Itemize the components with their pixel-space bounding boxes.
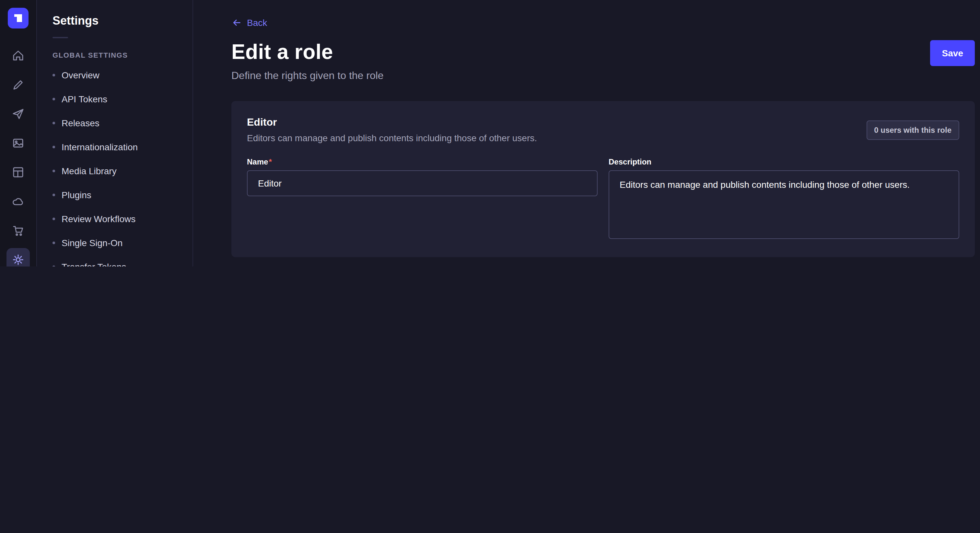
sidebar-item-review-workflows[interactable]: Review Workflows: [37, 206, 192, 230]
role-title: Editor: [247, 117, 537, 128]
cloud-icon: [12, 195, 25, 208]
bullet-icon: [52, 265, 55, 266]
sidebar-title-divider: [52, 37, 68, 38]
sidebar-item-overview[interactable]: Overview: [37, 63, 192, 87]
nav-cloud-button[interactable]: [6, 190, 30, 213]
bullet-icon: [52, 194, 55, 196]
bullet-icon: [52, 97, 55, 100]
sidebar-item-releases[interactable]: Releases: [37, 111, 192, 135]
sidebar-item-api-tokens[interactable]: API Tokens: [37, 87, 192, 111]
name-label: Name*: [247, 157, 598, 167]
bullet-icon: [52, 145, 55, 148]
paper-plane-icon: [12, 108, 25, 121]
nav-content-builder-button[interactable]: [6, 73, 30, 97]
sidebar-item-single-sign-on[interactable]: Single Sign-On: [37, 230, 192, 254]
description-field-group: Description Editors can manage and publi…: [609, 157, 959, 241]
save-button[interactable]: Save: [931, 40, 975, 66]
sidebar-item-internationalization[interactable]: Internationalization: [37, 135, 192, 159]
nav-settings-button[interactable]: [6, 248, 30, 266]
page-title: Edit a role: [231, 40, 384, 64]
pen-icon: [12, 78, 25, 91]
sidebar-item-media-library[interactable]: Media Library: [37, 159, 192, 182]
nav-content-manager-button[interactable]: [6, 160, 30, 184]
nav-releases-button[interactable]: [6, 102, 30, 125]
sidebar-item-transfer-tokens[interactable]: Transfer Tokens: [37, 254, 192, 266]
bullet-icon: [52, 121, 55, 124]
role-card-header: Editor Editors can manage and publish co…: [247, 117, 959, 143]
back-link[interactable]: Back: [231, 17, 267, 28]
page-header: Edit a role Define the rights given to t…: [231, 40, 975, 82]
strapi-logo[interactable]: [8, 8, 29, 29]
strapi-logo-icon: [12, 12, 24, 24]
bullet-icon: [52, 241, 55, 244]
nav-home-button[interactable]: [6, 44, 30, 67]
page-subtitle: Define the rights given to the role: [231, 70, 384, 82]
main-content: Back Edit a role Define the rights given…: [193, 0, 980, 266]
role-details-card: Editor Editors can manage and publish co…: [231, 101, 975, 257]
back-label: Back: [247, 17, 267, 28]
description-input[interactable]: Editors can manage and publish contents …: [609, 170, 959, 239]
bullet-icon: [52, 169, 55, 172]
cart-icon: [12, 224, 25, 237]
images-icon: [12, 136, 25, 150]
back-arrow-icon: [231, 17, 242, 28]
sidebar-item-plugins[interactable]: Plugins: [37, 182, 192, 206]
section-global-settings: Global Settings: [37, 41, 192, 63]
layout-icon: [12, 166, 25, 179]
settings-sidebar: Settings Global Settings Overview API To…: [37, 0, 193, 266]
required-asterisk: *: [269, 157, 272, 167]
role-form-fields: Name* Description Editors can manage and…: [247, 157, 959, 241]
home-icon: [12, 49, 25, 62]
name-field-group: Name*: [247, 157, 598, 241]
gear-icon: [12, 253, 25, 266]
nav-marketplace-button[interactable]: [6, 219, 30, 242]
nav-rail: KD: [0, 0, 37, 266]
rail-icon-list: [6, 44, 30, 266]
bullet-icon: [52, 73, 55, 76]
name-input[interactable]: [247, 170, 598, 196]
nav-media-library-button[interactable]: [6, 132, 30, 155]
app-root: KD Settings Global Settings Overview API…: [0, 0, 980, 266]
role-subtitle: Editors can manage and publish contents …: [247, 133, 537, 143]
users-count-badge: 0 users with this role: [866, 121, 959, 140]
bullet-icon: [52, 217, 55, 220]
description-label: Description: [609, 157, 959, 167]
sidebar-title: Settings: [52, 14, 177, 28]
